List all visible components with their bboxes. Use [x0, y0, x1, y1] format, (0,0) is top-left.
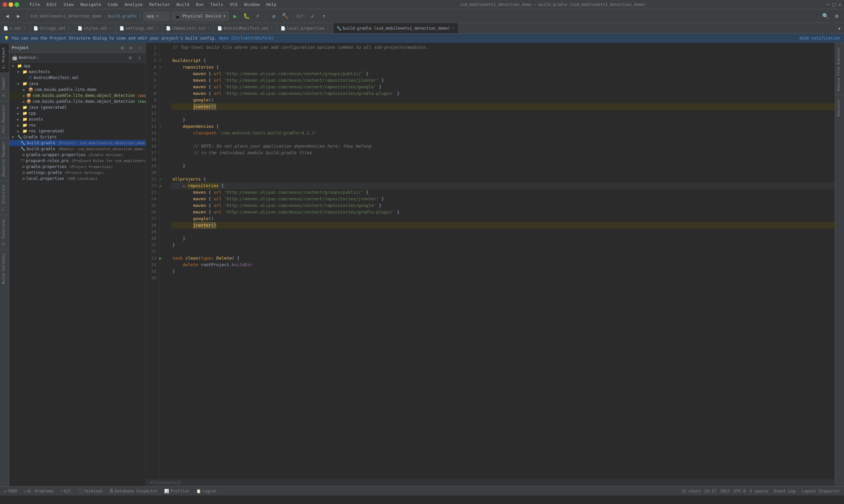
- tree-item-gradle-wrapper[interactable]: ▶ ⚙ gradle-wrapper.properties (Gradle Ve…: [9, 152, 146, 158]
- tree-item-manifests[interactable]: ▼ 📁 manifests: [9, 69, 146, 75]
- layout-inspector-item[interactable]: Layout Inspector: [800, 488, 841, 494]
- run-button[interactable]: ▶: [231, 12, 240, 21]
- vert-tab-favorites[interactable]: 2: Favorites: [0, 215, 9, 249]
- todo-item[interactable]: ✔ TODO: [3, 488, 18, 494]
- tree-item-java[interactable]: ▼ 📁 java: [9, 81, 146, 87]
- tree-item-pkg2[interactable]: ▶ 📦 com.baidu.paddle.lite.demo.object_de…: [9, 93, 146, 98]
- database-inspector-item[interactable]: 🗄 Database Inspector: [108, 488, 159, 494]
- tab-sxml[interactable]: 📄 s.xml ✕: [0, 23, 30, 33]
- android-selector[interactable]: 🤖 Android ▾ ⚙ ↕: [9, 53, 146, 63]
- vert-tab-emulator[interactable]: Emulator: [835, 94, 844, 120]
- menu-file[interactable]: File: [27, 1, 42, 7]
- vert-tab-structure[interactable]: 7: Structure: [0, 181, 9, 215]
- tab-settings-xml[interactable]: 📄 settings.xml ✕: [116, 23, 162, 33]
- win-minimize-btn[interactable]: ─: [827, 1, 830, 7]
- win-maximize-btn[interactable]: □: [832, 1, 836, 7]
- tab-settings-xml-close[interactable]: ✕: [155, 26, 159, 30]
- tree-item-build-gradle-mod[interactable]: ▶ 🔧 build.gradle (Module: ssd_mobilenetv…: [9, 146, 146, 152]
- menu-tools[interactable]: Tools: [208, 1, 226, 7]
- event-log-item[interactable]: Event Log: [773, 488, 796, 494]
- build-button[interactable]: 🔨: [280, 12, 290, 21]
- sort-icon[interactable]: ↕: [136, 54, 143, 61]
- code-content[interactable]: // Top-level build file where you can ad…: [167, 43, 835, 479]
- tree-item-assets[interactable]: ▶ 📁 assets: [9, 116, 146, 122]
- terminal-item[interactable]: ⬛ Terminal: [76, 488, 104, 494]
- forward-button[interactable]: ▶: [14, 12, 23, 21]
- tree-item-gradle-props[interactable]: ▶ ⚙ gradle.properties (Project Propertie…: [9, 164, 146, 170]
- app-dropdown[interactable]: app ▾: [143, 12, 170, 21]
- tree-item-local-props[interactable]: ▶ ⚙ local.properties (SDK Location): [9, 176, 146, 181]
- close-button[interactable]: [3, 2, 7, 7]
- tab-local-props[interactable]: 📄 local.properties ✕: [277, 23, 333, 33]
- gutter-13[interactable]: ▾: [159, 123, 167, 130]
- sync-button[interactable]: ↺: [269, 12, 279, 21]
- tree-item-pkg3[interactable]: ▶ 📦 com.baidu.paddle.lite.demo.object_de…: [9, 98, 146, 104]
- tab-strings[interactable]: 📄 strings.xml ✕: [30, 23, 74, 33]
- tree-item-settings-gradle[interactable]: ▶ ⚙ settings.gradle (Project Settings): [9, 170, 146, 176]
- menu-run[interactable]: Run: [193, 1, 206, 7]
- tree-item-build-gradle-proj[interactable]: ▶ 🔧 build.gradle (Project: ssd_mobilenet…: [9, 140, 146, 146]
- menu-view[interactable]: View: [61, 1, 76, 7]
- tab-cmake[interactable]: 📄 CMakeLists.txt ✕: [162, 23, 214, 33]
- minimize-button[interactable]: [8, 2, 13, 7]
- menu-navigate[interactable]: Navigate: [78, 1, 104, 7]
- problems-item[interactable]: ⚠ 6: Problems: [22, 488, 55, 494]
- search-everywhere-button[interactable]: 🔍: [821, 12, 830, 21]
- tab-local-props-close[interactable]: ✕: [326, 26, 330, 30]
- menu-code[interactable]: Code: [105, 1, 121, 7]
- menu-vcs[interactable]: VCS: [227, 1, 240, 7]
- panel-gear-btn[interactable]: ⚙: [119, 44, 126, 51]
- gutter-4[interactable]: ▾: [159, 64, 167, 71]
- tab-overflow[interactable]: ▾: [835, 23, 844, 34]
- tree-item-res[interactable]: ▶ 📁 res: [9, 122, 146, 128]
- menu-edit[interactable]: Edit: [44, 1, 59, 7]
- logcat-item[interactable]: 📋 Logcat: [195, 488, 218, 494]
- tab-styles[interactable]: 📄 styles.xml ✕: [74, 23, 116, 33]
- notification-open-link[interactable]: Open (Ctrl+Alt+Shift+S): [219, 36, 274, 40]
- vert-tab-resource[interactable]: Resource Manager: [0, 137, 9, 181]
- tab-build-gradle-close[interactable]: ✕: [451, 26, 455, 30]
- tab-strings-close[interactable]: ✕: [67, 26, 71, 30]
- gutter-21[interactable]: ▾: [159, 176, 167, 182]
- menu-refactor[interactable]: Refactor: [147, 1, 173, 7]
- cog-icon[interactable]: ⚙: [126, 54, 134, 61]
- tree-item-java-gen[interactable]: ▶ 📁 java (generated): [9, 104, 146, 110]
- maximize-button[interactable]: [15, 2, 19, 7]
- tree-item-pkg1[interactable]: ▶ 📦 com.baidu.paddle.lite.demo: [9, 87, 146, 93]
- back-button[interactable]: ◀: [3, 12, 12, 21]
- git-push-button[interactable]: ↑: [319, 12, 328, 21]
- tab-styles-close[interactable]: ✕: [109, 26, 113, 30]
- profiler-item[interactable]: 📊 Profiler: [163, 488, 191, 494]
- vert-tab-pull[interactable]: Pull Requests: [0, 101, 9, 137]
- tree-item-gradle-scripts[interactable]: ▼ 🔧 Gradle Scripts: [9, 134, 146, 140]
- panel-filter-btn[interactable]: ≡: [127, 44, 135, 51]
- device-dropdown[interactable]: 📱 Physical Device ▾: [172, 12, 228, 21]
- vert-tab-project[interactable]: 1: Project: [0, 43, 9, 73]
- vert-tab-device-file[interactable]: Device File Explorer: [835, 43, 844, 94]
- settings-button[interactable]: ⚙: [832, 12, 841, 21]
- tree-item-androidmanifest[interactable]: ▶ 🗒 AndroidManifest.xml: [9, 75, 146, 81]
- panel-collapse-btn[interactable]: −: [136, 44, 143, 51]
- tree-item-app[interactable]: ▼ 📁 app: [9, 63, 146, 69]
- menu-build[interactable]: Build: [174, 1, 192, 7]
- tab-sxml-close[interactable]: ✕: [23, 26, 27, 30]
- tree-item-proguard[interactable]: ▶ 🛡 proguard-rules.pro (ProGuard Rules f…: [9, 158, 146, 164]
- notification-dismiss[interactable]: Hide notification: [799, 36, 840, 40]
- vert-tab-commit[interactable]: 6: Commit: [0, 73, 9, 101]
- win-close-btn[interactable]: ✕: [838, 1, 841, 7]
- profile-button[interactable]: ⚡: [253, 12, 262, 21]
- vert-tab-build-variants[interactable]: Build Variants: [0, 249, 9, 288]
- tree-item-cpp[interactable]: ▶ 📁 cpp: [9, 110, 146, 116]
- git-check-button[interactable]: ✓: [308, 12, 317, 21]
- tab-manifest-close[interactable]: ✕: [270, 26, 274, 30]
- git-item[interactable]: ⑂ Git: [59, 488, 72, 494]
- menu-help[interactable]: Help: [264, 1, 279, 7]
- tab-cmake-close[interactable]: ✕: [207, 26, 210, 30]
- tab-manifest[interactable]: 📄 AndroidManifest.xml ✕: [214, 23, 277, 33]
- menu-analyze[interactable]: Analyze: [122, 1, 145, 7]
- menu-window[interactable]: Window: [242, 1, 262, 7]
- gutter-3[interactable]: ▾: [159, 57, 167, 64]
- gutter-33[interactable]: ▶: [159, 255, 167, 262]
- tab-build-gradle[interactable]: 🔧 build.gradle (ssd_mobilenetv1_detectio…: [333, 23, 459, 33]
- tree-item-res-gen[interactable]: ▶ 📁 res (generated): [9, 128, 146, 134]
